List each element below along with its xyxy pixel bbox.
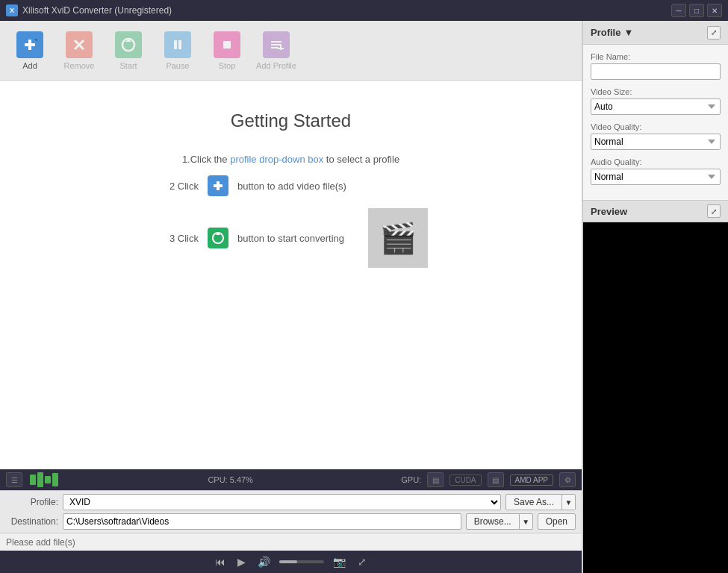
step1: 1.Click the profile drop-down box to sel… (154, 154, 428, 165)
amd-icon[interactable]: ▤ (488, 472, 504, 487)
preview-header: Preview ⤢ (583, 200, 728, 222)
start-label: Start (119, 61, 137, 70)
svg-rect-7 (178, 40, 181, 49)
svg-rect-13 (278, 48, 284, 49)
preview-expand-button[interactable]: ⤢ (707, 204, 721, 218)
browse-group: Browse... ▼ (466, 513, 533, 530)
file-name-field: File Name: (591, 52, 721, 80)
close-button[interactable]: ✕ (707, 4, 722, 17)
remove-icon (66, 31, 93, 58)
cpu-label: CPU: 5.47% (66, 475, 395, 484)
step3-icon (208, 228, 228, 248)
add-label: Add (22, 61, 37, 70)
svg-rect-10 (271, 44, 281, 46)
wave-bar-1 (30, 475, 36, 485)
app-icon: X (6, 4, 18, 16)
profile-header: Profile ▼ ⤢ (583, 21, 728, 45)
profile-dropdown-link[interactable]: profile drop-down box (230, 154, 323, 165)
video-size-select[interactable]: Auto 1920x1080 1280x720 854x480 (591, 98, 721, 115)
browse-dropdown-icon[interactable]: ▼ (520, 513, 533, 530)
video-quality-field: Video Quality: Normal High Low Best (591, 122, 721, 150)
stop-label: Stop (219, 61, 236, 70)
add-button[interactable]: Add (6, 25, 54, 77)
step1-text: 1.Click the profile drop-down box to sel… (182, 154, 399, 165)
svg-rect-6 (174, 40, 177, 49)
profile-expand-button[interactable]: ⤢ (707, 26, 721, 40)
app-title: Xilisoft XviD Converter (Unregistered) (22, 5, 671, 16)
pause-button[interactable]: Pause (154, 25, 202, 77)
svg-rect-11 (271, 47, 279, 48)
pause-icon (164, 31, 191, 58)
screenshot-icon[interactable]: 📷 (330, 554, 349, 569)
profile-row: Profile: XVID Save As... ▼ (6, 494, 576, 510)
file-bar: Profile: XVID Save As... ▼ Destination: … (0, 490, 582, 533)
step3-text: button to start converting (237, 233, 344, 244)
main-layout: Add Remove (0, 21, 728, 573)
please-add-text: Please add file(s) (6, 537, 75, 548)
status-list-icon[interactable]: ☰ (6, 472, 22, 487)
fullscreen-icon[interactable]: ⤢ (355, 554, 370, 569)
media-controls: ⏮ ▶ 🔊 📷 ⤢ (0, 551, 582, 573)
open-button[interactable]: Open (538, 513, 576, 530)
left-panel: Add Remove (0, 21, 582, 573)
play-button[interactable]: ▶ (234, 554, 249, 569)
save-as-group: Save As... ▼ (505, 494, 576, 510)
audio-quality-select[interactable]: Normal High Low Best (591, 169, 721, 185)
volume-fill (279, 560, 297, 563)
right-panel: Profile ▼ ⤢ File Name: Video Size: Auto … (582, 21, 728, 573)
profile-title: Profile ▼ (591, 27, 633, 38)
step3: 3 Click button to start converting 🎬 (154, 208, 428, 268)
svg-rect-1 (25, 43, 35, 46)
getting-started-title: Getting Started (154, 110, 428, 131)
pause-label: Pause (166, 61, 189, 70)
window-controls: ─ □ ✕ (671, 4, 722, 17)
save-as-button[interactable]: Save As... (505, 494, 562, 510)
destination-input[interactable] (63, 513, 461, 530)
step2: 2 Click button to add video file(s) (154, 175, 428, 196)
video-quality-select[interactable]: Normal High Low Best (591, 134, 721, 150)
profile-settings: File Name: Video Size: Auto 1920x1080 12… (583, 45, 728, 200)
statusbar: ☰ CPU: 5.47% GPU: ▤ CUDA ▤ AMD APP ⚙ (0, 469, 582, 490)
step3-label: 3 Click (154, 233, 199, 244)
profile-dropdown-arrow[interactable]: ▼ (623, 27, 633, 38)
getting-started: Getting Started 1.Click the profile drop… (139, 96, 443, 295)
cuda-chip[interactable]: CUDA (449, 475, 481, 486)
video-size-field: Video Size: Auto 1920x1080 1280x720 854x… (591, 87, 721, 115)
remove-button[interactable]: Remove (55, 25, 103, 77)
profile-label: Profile: (6, 497, 58, 507)
amd-chip[interactable]: AMD APP (510, 475, 553, 486)
svg-rect-9 (271, 41, 281, 43)
skip-back-icon[interactable]: ⏮ (212, 554, 228, 569)
audio-quality-label: Audio Quality: (591, 157, 721, 166)
volume-icon[interactable]: 🔊 (255, 554, 273, 569)
wave-bar-3 (45, 476, 51, 483)
svg-marker-2 (34, 39, 37, 42)
audio-quality-field: Audio Quality: Normal High Low Best (591, 157, 721, 185)
svg-rect-8 (223, 41, 231, 48)
profile-title-text: Profile (591, 27, 620, 38)
start-icon (115, 31, 142, 58)
gpu-icon-btn[interactable]: ▤ (427, 472, 444, 487)
file-name-label: File Name: (591, 52, 721, 61)
stop-icon (214, 31, 240, 58)
destination-label: Destination: (6, 516, 58, 527)
profile-select[interactable]: XVID (63, 494, 501, 510)
maximize-button[interactable]: □ (689, 4, 704, 17)
gpu-label: GPU: (401, 475, 421, 484)
minimize-button[interactable]: ─ (671, 4, 686, 17)
remove-label: Remove (64, 61, 95, 70)
browse-button[interactable]: Browse... (466, 513, 520, 530)
stop-button[interactable]: Stop (203, 25, 251, 77)
waveform (28, 471, 60, 489)
volume-slider[interactable] (279, 560, 324, 563)
start-button[interactable]: Start (105, 25, 152, 77)
video-size-label: Video Size: (591, 87, 721, 96)
save-as-dropdown-icon[interactable]: ▼ (562, 494, 576, 510)
add-profile-button[interactable]: Add Profile (252, 25, 300, 77)
step2-text: button to add video file(s) (237, 181, 346, 192)
file-name-input[interactable] (591, 63, 721, 80)
settings-gear-icon[interactable]: ⚙ (559, 472, 576, 487)
step2-label: 2 Click (154, 181, 199, 192)
video-quality-label: Video Quality: (591, 122, 721, 131)
add-profile-icon (263, 31, 290, 58)
